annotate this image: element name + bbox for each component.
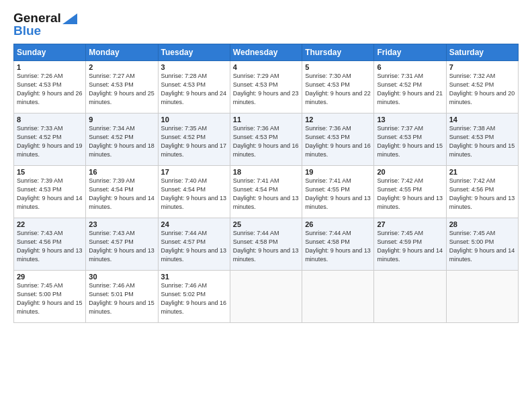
calendar-cell: 2Sunrise: 7:27 AMSunset: 4:53 PMDaylight…: [86, 61, 158, 113]
day-info: Sunrise: 7:39 AMSunset: 4:53 PMDaylight:…: [17, 177, 83, 212]
day-number: 12: [305, 116, 371, 124]
day-info: Sunrise: 7:29 AMSunset: 4:53 PMDaylight:…: [233, 72, 299, 107]
day-number: 10: [161, 116, 227, 124]
day-info: Sunrise: 7:43 AMSunset: 4:57 PMDaylight:…: [89, 229, 154, 264]
day-number: 18: [233, 168, 299, 176]
day-number: 6: [377, 63, 443, 71]
calendar-cell: 4Sunrise: 7:29 AMSunset: 4:53 PMDaylight…: [230, 61, 302, 113]
day-number: 16: [89, 168, 154, 176]
week-row: 1Sunrise: 7:26 AMSunset: 4:53 PMDaylight…: [14, 61, 519, 113]
calendar-cell: 14Sunrise: 7:38 AMSunset: 4:53 PMDayligh…: [446, 113, 518, 166]
day-number: 17: [161, 168, 227, 176]
day-info: Sunrise: 7:35 AMSunset: 4:52 PMDaylight:…: [161, 124, 227, 159]
calendar-cell: [302, 271, 374, 323]
day-info: Sunrise: 7:26 AMSunset: 4:53 PMDaylight:…: [17, 72, 83, 107]
calendar-cell: 29Sunrise: 7:45 AMSunset: 5:00 PMDayligh…: [14, 271, 86, 323]
day-number: 22: [17, 220, 83, 228]
calendar-cell: 9Sunrise: 7:34 AMSunset: 4:52 PMDaylight…: [86, 113, 158, 166]
day-number: 25: [233, 220, 299, 228]
header-row: SundayMondayTuesdayWednesdayThursdayFrid…: [14, 44, 519, 61]
day-number: 9: [89, 116, 154, 124]
svg-marker-0: [62, 13, 77, 24]
day-number: 24: [161, 220, 227, 228]
calendar-cell: 19Sunrise: 7:41 AMSunset: 4:55 PMDayligh…: [302, 166, 374, 218]
day-info: Sunrise: 7:32 AMSunset: 4:52 PMDaylight:…: [449, 72, 515, 107]
calendar-cell: [374, 271, 446, 323]
header-day: Saturday: [446, 44, 518, 61]
calendar-cell: 10Sunrise: 7:35 AMSunset: 4:52 PMDayligh…: [158, 113, 230, 166]
week-row: 15Sunrise: 7:39 AMSunset: 4:53 PMDayligh…: [14, 166, 519, 218]
day-info: Sunrise: 7:42 AMSunset: 4:56 PMDaylight:…: [449, 177, 515, 212]
day-info: Sunrise: 7:42 AMSunset: 4:55 PMDaylight:…: [377, 177, 443, 212]
day-number: 21: [449, 168, 515, 176]
calendar-cell: 15Sunrise: 7:39 AMSunset: 4:53 PMDayligh…: [14, 166, 86, 218]
header-day: Friday: [374, 44, 446, 61]
calendar-cell: 7Sunrise: 7:32 AMSunset: 4:52 PMDaylight…: [446, 61, 518, 113]
calendar-cell: 3Sunrise: 7:28 AMSunset: 4:53 PMDaylight…: [158, 61, 230, 113]
calendar-cell: 23Sunrise: 7:43 AMSunset: 4:57 PMDayligh…: [86, 218, 158, 271]
day-number: 4: [233, 63, 299, 71]
day-info: Sunrise: 7:44 AMSunset: 4:57 PMDaylight:…: [161, 229, 227, 264]
day-number: 29: [17, 273, 83, 281]
calendar-cell: 11Sunrise: 7:36 AMSunset: 4:53 PMDayligh…: [230, 113, 302, 166]
day-info: Sunrise: 7:36 AMSunset: 4:53 PMDaylight:…: [305, 124, 371, 159]
day-info: Sunrise: 7:36 AMSunset: 4:53 PMDaylight:…: [233, 124, 299, 159]
day-number: 20: [377, 168, 443, 176]
calendar-cell: 21Sunrise: 7:42 AMSunset: 4:56 PMDayligh…: [446, 166, 518, 218]
day-info: Sunrise: 7:46 AMSunset: 5:01 PMDaylight:…: [89, 281, 154, 316]
calendar-cell: 1Sunrise: 7:26 AMSunset: 4:53 PMDaylight…: [14, 61, 86, 113]
header-day: Monday: [86, 44, 158, 61]
day-number: 23: [89, 220, 154, 228]
day-number: 28: [449, 220, 515, 228]
day-info: Sunrise: 7:31 AMSunset: 4:52 PMDaylight:…: [377, 72, 443, 107]
day-number: 31: [161, 273, 227, 281]
logo-blue: Blue: [13, 24, 41, 38]
calendar-cell: 17Sunrise: 7:40 AMSunset: 4:54 PMDayligh…: [158, 166, 230, 218]
day-number: 2: [89, 63, 154, 71]
calendar-cell: [446, 271, 518, 323]
day-info: Sunrise: 7:30 AMSunset: 4:53 PMDaylight:…: [305, 72, 371, 107]
header: General Blue: [13, 11, 519, 38]
logo: General Blue: [13, 11, 77, 38]
day-number: 8: [17, 116, 83, 124]
day-info: Sunrise: 7:33 AMSunset: 4:52 PMDaylight:…: [17, 124, 83, 159]
header-day: Sunday: [14, 44, 86, 61]
day-number: 13: [377, 116, 443, 124]
day-info: Sunrise: 7:44 AMSunset: 4:58 PMDaylight:…: [305, 229, 371, 264]
calendar-cell: 18Sunrise: 7:41 AMSunset: 4:54 PMDayligh…: [230, 166, 302, 218]
day-info: Sunrise: 7:41 AMSunset: 4:55 PMDaylight:…: [305, 177, 371, 212]
day-number: 5: [305, 63, 371, 71]
day-info: Sunrise: 7:28 AMSunset: 4:53 PMDaylight:…: [161, 72, 227, 107]
calendar-cell: 28Sunrise: 7:45 AMSunset: 5:00 PMDayligh…: [446, 218, 518, 271]
day-info: Sunrise: 7:45 AMSunset: 5:00 PMDaylight:…: [449, 229, 515, 264]
calendar-cell: 30Sunrise: 7:46 AMSunset: 5:01 PMDayligh…: [86, 271, 158, 323]
calendar-cell: 12Sunrise: 7:36 AMSunset: 4:53 PMDayligh…: [302, 113, 374, 166]
day-info: Sunrise: 7:46 AMSunset: 5:02 PMDaylight:…: [161, 281, 227, 316]
day-number: 26: [305, 220, 371, 228]
day-number: 14: [449, 116, 515, 124]
calendar-table: SundayMondayTuesdayWednesdayThursdayFrid…: [13, 44, 519, 323]
week-row: 8Sunrise: 7:33 AMSunset: 4:52 PMDaylight…: [14, 113, 519, 166]
week-row: 22Sunrise: 7:43 AMSunset: 4:56 PMDayligh…: [14, 218, 519, 271]
day-number: 30: [89, 273, 154, 281]
day-info: Sunrise: 7:41 AMSunset: 4:54 PMDaylight:…: [233, 177, 299, 212]
calendar-cell: 16Sunrise: 7:39 AMSunset: 4:54 PMDayligh…: [86, 166, 158, 218]
day-number: 15: [17, 168, 83, 176]
calendar-cell: 5Sunrise: 7:30 AMSunset: 4:53 PMDaylight…: [302, 61, 374, 113]
day-number: 1: [17, 63, 83, 71]
day-number: 19: [305, 168, 371, 176]
logo-icon: [62, 13, 77, 24]
day-info: Sunrise: 7:45 AMSunset: 4:59 PMDaylight:…: [377, 229, 443, 264]
day-info: Sunrise: 7:44 AMSunset: 4:58 PMDaylight:…: [233, 229, 299, 264]
calendar-cell: 27Sunrise: 7:45 AMSunset: 4:59 PMDayligh…: [374, 218, 446, 271]
calendar-cell: [230, 271, 302, 323]
header-day: Tuesday: [158, 44, 230, 61]
page: General Blue SundayMondayTuesdayWednesda…: [0, 0, 532, 411]
day-number: 7: [449, 63, 515, 71]
day-number: 3: [161, 63, 227, 71]
calendar-cell: 13Sunrise: 7:37 AMSunset: 4:53 PMDayligh…: [374, 113, 446, 166]
header-day: Wednesday: [230, 44, 302, 61]
calendar-cell: 22Sunrise: 7:43 AMSunset: 4:56 PMDayligh…: [14, 218, 86, 271]
calendar-cell: 20Sunrise: 7:42 AMSunset: 4:55 PMDayligh…: [374, 166, 446, 218]
week-row: 29Sunrise: 7:45 AMSunset: 5:00 PMDayligh…: [14, 271, 519, 323]
